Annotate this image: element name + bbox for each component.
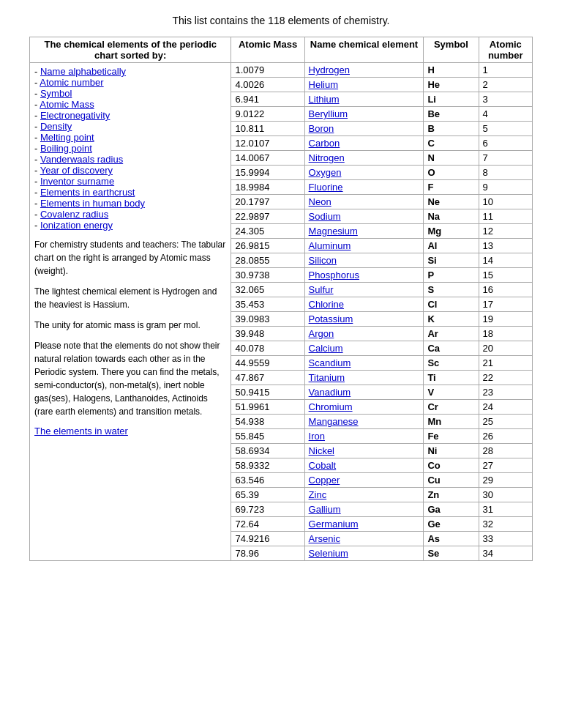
element-name-link[interactable]: Sulfur [309,284,334,295]
element-name-link[interactable]: Lithium [309,94,340,105]
element-name-link[interactable]: Nickel [309,445,334,456]
element-number: 20 [479,341,533,356]
element-name-link[interactable]: Sodium [309,211,341,222]
element-name-link[interactable]: Cobalt [309,460,337,471]
col-header-mass: Atomic Mass [231,37,304,63]
element-name-link[interactable]: Helium [309,79,338,90]
sorted-by-link[interactable]: Symbol [40,88,72,99]
element-mass: 20.1797 [231,195,304,209]
sorted-by-link[interactable]: Name alphabetically [40,66,126,77]
sorted-by-link[interactable]: Ionization energy [40,220,113,231]
element-symbol: P [424,268,479,283]
element-symbol: Fe [424,429,479,444]
element-name-link[interactable]: Titanium [309,372,345,383]
element-mass: 10.811 [231,122,304,136]
element-number: 7 [479,151,533,166]
element-number: 6 [479,136,533,151]
sorted-by-link-item: - Elements in earthcrust [34,187,226,198]
element-name: Chromium [304,400,424,415]
sorted-by-link[interactable]: Vanderwaals radius [40,154,123,165]
element-name: Sodium [304,209,424,224]
element-name-link[interactable]: Gallium [309,504,341,515]
sorted-by-link-item: - Electronegativity [34,110,226,121]
element-name-link[interactable]: Calcium [309,343,343,354]
element-symbol: Na [424,209,479,224]
sorted-by-link[interactable]: Atomic number [40,77,103,88]
element-name: Aluminum [304,239,424,253]
element-number: 24 [479,400,533,415]
element-number: 30 [479,488,533,502]
element-name-link[interactable]: Aluminum [309,240,351,251]
element-name-link[interactable]: Silicon [309,255,337,266]
element-name: Calcium [304,341,424,356]
element-name-link[interactable]: Hydrogen [309,64,350,75]
left-text-block-3: Please note that the elements do not sho… [34,339,226,418]
element-name-link[interactable]: Beryllium [309,108,348,119]
sorted-by-link[interactable]: Electronegativity [40,110,110,121]
element-name-link[interactable]: Chlorine [309,299,344,310]
sorted-by-link[interactable]: Density [40,121,72,132]
sorted-by-link-item: - Ionization energy [34,220,226,231]
element-name-link[interactable]: Nitrogen [309,152,345,163]
element-name-link[interactable]: Scandium [309,357,351,368]
sorted-by-link[interactable]: Melting point [40,132,94,143]
element-name-link[interactable]: Neon [309,196,331,207]
sorted-by-link[interactable]: Year of discovery [40,165,113,176]
sorted-by-link[interactable]: Covalenz radius [40,209,108,220]
col-header-number: Atomic number [479,37,533,63]
element-name-link[interactable]: Chromium [309,401,353,412]
element-mass: 74.9216 [231,532,304,546]
element-mass: 69.723 [231,502,304,517]
left-text-block-1: The lightest chemical element is Hydroge… [34,285,226,311]
element-name-link[interactable]: Manganese [309,416,359,427]
sorted-by-link-item: - Inventor surname [34,176,226,187]
element-name-link[interactable]: Arsenic [309,533,340,544]
element-name-link[interactable]: Carbon [309,138,340,149]
element-name-link[interactable]: Copper [309,475,340,486]
element-name-link[interactable]: Boron [309,123,334,134]
sorted-by-link[interactable]: Boiling point [40,143,92,154]
sorted-by-link-item: - Covalenz radius [34,209,226,220]
element-name: Manganese [304,415,424,429]
element-name: Zinc [304,488,424,502]
element-mass: 39.948 [231,327,304,341]
element-number: 2 [479,78,533,92]
element-mass: 51.9961 [231,400,304,415]
sorted-by-link[interactable]: Elements in human body [40,198,145,209]
element-name: Neon [304,195,424,209]
element-name-link[interactable]: Oxygen [309,167,342,178]
element-number: 28 [479,444,533,458]
element-symbol: K [424,312,479,327]
element-name-link[interactable]: Potassium [309,313,353,324]
element-name-link[interactable]: Iron [309,431,325,442]
element-name-link[interactable]: Vanadium [309,387,351,398]
element-name-link[interactable]: Selenium [309,548,348,559]
element-name-link[interactable]: Zinc [309,489,327,500]
element-mass: 18.9984 [231,180,304,195]
elements-in-water-link[interactable]: The elements in water [34,426,128,437]
element-mass: 22.9897 [231,209,304,224]
element-number: 26 [479,429,533,444]
element-name: Germanium [304,517,424,532]
element-mass: 72.64 [231,517,304,532]
element-number: 31 [479,502,533,517]
element-mass: 39.0983 [231,312,304,327]
element-mass: 63.546 [231,473,304,488]
element-name-link[interactable]: Germanium [309,519,359,530]
sorted-by-link[interactable]: Elements in earthcrust [40,187,135,198]
element-name-link[interactable]: Phosphorus [309,270,359,281]
element-name-link[interactable]: Magnesium [309,226,358,237]
element-mass: 47.867 [231,371,304,385]
sorted-by-link[interactable]: Atomic Mass [40,99,94,110]
element-name: Nickel [304,444,424,458]
element-name-link[interactable]: Argon [309,328,334,339]
col-header-symbol: Symbol [424,37,479,63]
element-name: Lithium [304,92,424,107]
element-symbol: V [424,385,479,400]
sorted-by-link[interactable]: Inventor surname [40,176,114,187]
sorted-by-link-item: - Boiling point [34,143,226,154]
element-name: Potassium [304,312,424,327]
element-symbol: Ga [424,502,479,517]
element-name: Fluorine [304,180,424,195]
element-name-link[interactable]: Fluorine [309,182,343,193]
